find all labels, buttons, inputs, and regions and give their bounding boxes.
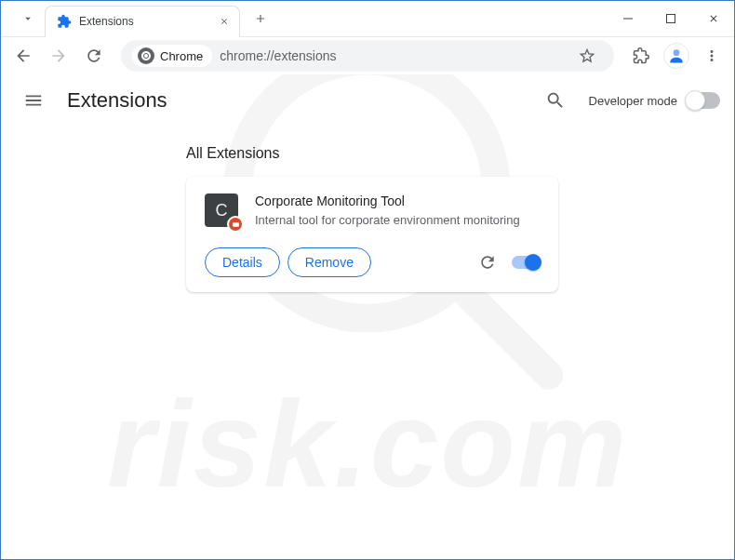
tab-title: Extensions bbox=[79, 15, 209, 28]
reload-button[interactable] bbox=[78, 40, 110, 72]
close-window-button[interactable] bbox=[692, 0, 735, 37]
svg-rect-1 bbox=[667, 14, 675, 22]
profile-button[interactable] bbox=[661, 40, 692, 72]
page-header: Extensions Developer mode bbox=[0, 74, 735, 127]
menu-button[interactable] bbox=[696, 40, 728, 72]
extension-warning-badge-icon bbox=[227, 216, 244, 233]
svg-rect-0 bbox=[623, 18, 633, 19]
forward-button[interactable] bbox=[43, 40, 74, 72]
content-area: All Extensions C Corporate Monitoring To… bbox=[0, 127, 735, 292]
reload-extension-button[interactable] bbox=[476, 251, 499, 273]
browser-tab[interactable]: Extensions bbox=[45, 6, 240, 37]
browser-toolbar: Chrome chrome://extensions bbox=[0, 37, 735, 74]
extensions-button[interactable] bbox=[625, 40, 657, 72]
maximize-button[interactable] bbox=[649, 0, 692, 37]
tab-close-button[interactable] bbox=[217, 14, 232, 29]
remove-button[interactable]: Remove bbox=[287, 247, 371, 277]
chrome-logo-icon bbox=[138, 47, 154, 64]
bookmark-button[interactable] bbox=[571, 40, 603, 72]
svg-point-2 bbox=[144, 54, 148, 58]
developer-mode-toggle[interactable] bbox=[687, 92, 720, 109]
extension-card: C Corporate Monitoring Tool Internal too… bbox=[186, 177, 558, 292]
site-chip-label: Chrome bbox=[160, 49, 203, 63]
svg-point-3 bbox=[674, 49, 680, 56]
back-button[interactable] bbox=[7, 40, 39, 72]
tab-search-button[interactable] bbox=[11, 4, 45, 33]
site-chip[interactable]: Chrome bbox=[132, 45, 212, 67]
address-bar[interactable]: Chrome chrome://extensions bbox=[121, 40, 614, 72]
extension-name: Corporate Monitoring Tool bbox=[255, 193, 540, 208]
extension-icon-wrap: C bbox=[205, 193, 238, 227]
new-tab-button[interactable] bbox=[247, 6, 274, 32]
extension-enabled-toggle[interactable] bbox=[512, 256, 540, 269]
titlebar: Extensions bbox=[0, 0, 735, 37]
developer-mode-control: Developer mode bbox=[589, 92, 720, 109]
minimize-button[interactable] bbox=[607, 0, 649, 37]
page-title: Extensions bbox=[67, 88, 167, 113]
url-text: chrome://extensions bbox=[220, 48, 336, 63]
svg-rect-4 bbox=[233, 222, 239, 227]
extension-icon bbox=[57, 14, 72, 29]
section-title: All Extensions bbox=[186, 145, 735, 162]
search-button[interactable] bbox=[537, 82, 574, 119]
details-button[interactable]: Details bbox=[205, 247, 280, 277]
developer-mode-label: Developer mode bbox=[589, 94, 677, 108]
hamburger-menu-button[interactable] bbox=[15, 82, 52, 119]
window-controls bbox=[607, 0, 735, 37]
extension-description: Internal tool for corporate environment … bbox=[255, 212, 540, 229]
